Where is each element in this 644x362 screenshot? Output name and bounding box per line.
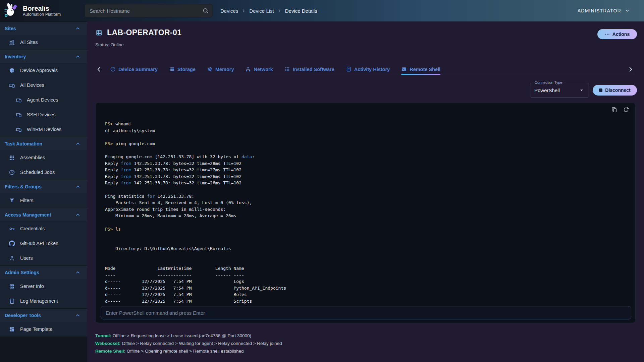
chevron-right-icon[interactable] [627,66,634,73]
terminal-line: d----- 12/7/2025 7:54 PM Roles [105,291,627,298]
terminal-line: Packets: Sent = 4, Received = 4, Lost = … [105,199,627,206]
tab-remote-shell[interactable]: Remote Shell [401,64,440,75]
sidebar-section-admin-settings[interactable]: Admin Settings [0,265,87,279]
sidebar-section-access-management[interactable]: Access Management [0,208,87,221]
dropdown-caret-icon [579,87,585,93]
connection-type-select[interactable]: Connection Type PowerShell [530,83,589,98]
sidebar-section-label: Access Management [5,212,51,218]
sidebar-item-assemblies[interactable]: Assemblies [0,150,87,165]
copy-icon[interactable] [611,107,618,113]
log-icon [9,298,15,304]
sidebar-section-label: Filters & Groups [5,184,42,189]
sidebar-section-developer-tools[interactable]: Developer Tools [0,308,87,322]
apps-icon [284,66,290,72]
tab-storage[interactable]: Storage [169,64,196,75]
sidebar-item-server-info[interactable]: Server Info [0,279,87,294]
tab-label: Remote Shell [410,67,440,72]
chevron-up-icon [75,141,80,146]
sidebar-item-label: Server Info [20,284,44,289]
connection-type-value: PowerShell [534,87,560,93]
user-menu-administrator[interactable]: ADMINISTRATOR [578,8,630,13]
device-status: Status: Online [95,42,124,47]
terminal-line: d----- 12/7/2025 7:54 PM Scripts [105,298,627,305]
tab-activity-history[interactable]: Activity History [346,64,390,75]
terminal-output: PS> whoamint authority\system PS> ping g… [105,121,627,306]
sidebar-item-all-devices[interactable]: All Devices [0,78,87,93]
history-icon [346,66,352,72]
sidebar-item-label: Page Template [20,326,52,332]
sidebar-item-label: WinRM Devices [27,127,61,132]
sidebar-item-log-management[interactable]: Log Management [0,294,87,308]
terminal-command-input[interactable] [101,306,631,319]
chevron-left-icon[interactable] [95,66,103,73]
key-icon [9,226,15,232]
devices-icon [15,126,22,133]
sidebar-item-label: All Sites [20,40,38,45]
disconnect-button[interactable]: Disconnect [593,85,637,96]
sidebar-item-github-api-token[interactable]: GitHub API Token [0,236,87,251]
sidebar-section-filters-groups[interactable]: Filters & Groups [0,180,87,193]
terminal-line [105,134,627,140]
sidebar-item-all-sites[interactable]: All Sites [0,35,87,50]
terminal-line: Reply from 142.251.33.78: bytes=32 time=… [105,173,627,180]
brand-subtitle: Automation Platform [23,12,61,17]
sidebar-item-filters[interactable]: Filters [0,193,87,208]
chevron-right-icon [277,9,282,13]
terminal-line [105,252,627,259]
chevron-up-icon [75,212,80,218]
sidebar-item-device-approvals[interactable]: Device Approvals [0,63,87,78]
terminal-line: PS> ls [105,226,627,233]
sidebar-item-winrm-devices[interactable]: WinRM Devices [0,122,87,137]
sidebar-section-task-automation[interactable]: Task Automation [0,137,87,150]
clock-icon [9,169,15,176]
tab-label: Storage [177,67,196,72]
sidebar-item-label: GitHub API Token [20,241,58,246]
sidebar-item-scheduled-jobs[interactable]: Scheduled Jobs [0,165,87,180]
breadcrumb-devices[interactable]: Devices [220,8,238,14]
user-icon [9,255,15,261]
info-icon [110,66,116,72]
sidebar-item-page-template[interactable]: Page Template [0,322,87,337]
actions-button[interactable]: Actions [597,29,637,39]
sidebar-section-inventory[interactable]: Inventory [0,50,87,63]
chevron-up-icon [75,26,80,31]
sidebar-item-ssh-devices[interactable]: SSH Devices [0,107,87,122]
search-icon[interactable] [202,7,209,14]
sidebar-item-agent-devices[interactable]: Agent Devices [0,93,87,107]
main-content: LAB-OPERATOR-01 Status: Online Actions D… [87,21,644,362]
terminal-line: Reply from 142.251.33.78: bytes=32 time=… [105,180,627,186]
sidebar-item-label: Filters [20,198,33,203]
status-label: Websocket: [95,341,121,346]
status-text: Offline > Opening remote shell > Remote … [125,349,244,354]
tab-network[interactable]: Network [245,64,273,75]
chevron-down-icon [625,8,630,13]
sidebar-section-label: Inventory [5,54,26,59]
filter-icon [9,197,15,204]
search-input[interactable] [85,4,212,17]
tab-device-summary[interactable]: Device Summary [110,64,158,75]
terminal-line: Mode LastWriteTime Length Name [105,265,627,272]
terminal-line: d----- 12/7/2025 7:54 PM Settings [105,305,627,306]
sidebar-item-label: Device Approvals [20,68,58,73]
terminal-line [105,219,627,226]
tab-label: Memory [215,67,234,72]
tab-memory[interactable]: Memory [207,64,234,75]
top-header: Borealis Automation Platform Devices Dev… [0,0,644,21]
search-wrap [85,4,212,17]
sidebar-section-sites[interactable]: Sites [0,21,87,35]
tab-installed-software[interactable]: Installed Software [284,64,334,75]
sidebar-item-users[interactable]: Users [0,251,87,265]
terminal-line: Reply from 142.251.33.78: bytes=32 time=… [105,167,627,173]
terminal-line: d----- 12/7/2025 7:54 PM Python_API_Endp… [105,285,627,292]
status-text: Offline > Relay connected > Waiting for … [121,341,282,346]
refresh-icon[interactable] [623,107,629,113]
terminal-line: PS> whoami [105,121,627,127]
status-label: Tunnel: [95,333,111,338]
actions-button-label: Actions [612,32,630,37]
dashboard-icon [9,326,15,333]
sidebar-item-credentials[interactable]: Credentials [0,221,87,236]
breadcrumb: Devices Device List Device Details [220,8,317,14]
page: Borealis Automation Platform Devices Dev… [0,0,644,362]
breadcrumb-device-list[interactable]: Device List [249,8,274,14]
breadcrumb-device-details: Device Details [285,8,317,14]
